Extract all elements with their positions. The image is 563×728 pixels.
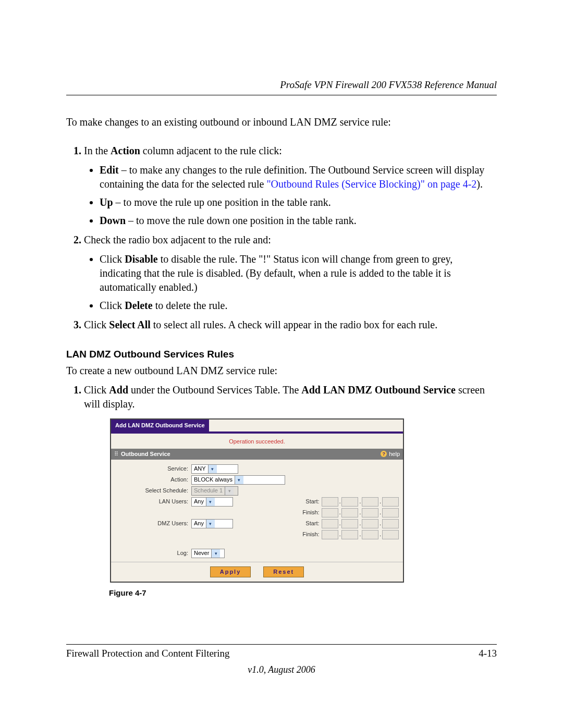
step-1: In the Action column adjacent to the rul…	[84, 144, 497, 228]
chevron-down-icon: ▾	[225, 487, 234, 495]
bold-screen-name: Add LAN DMZ Outbound Service	[301, 384, 456, 396]
figure-label: Figure 4-7	[109, 588, 497, 598]
ip-finish-dmz[interactable]: ...	[322, 530, 399, 539]
select-action[interactable]: BLOCK always ▾	[191, 475, 285, 485]
text: column adjacent to the rule click:	[140, 145, 282, 156]
label-start: Start:	[295, 498, 322, 505]
footer-version: v1.0, August 2006	[66, 663, 497, 676]
label-finish: Finish:	[295, 530, 322, 538]
footer-left: Firewall Protection and Content Filterin…	[66, 647, 229, 660]
step1-lead: In the Action column adjacent to the rul…	[84, 145, 282, 156]
sec-step-1: Click Add under the Outbound Services Ta…	[84, 383, 497, 598]
chevron-down-icon: ▾	[208, 465, 217, 473]
text: In the	[84, 145, 111, 156]
bold-edit: Edit	[100, 164, 119, 176]
label-log: Log:	[115, 549, 191, 557]
section-bar: ⠿Outbound Service ? help	[111, 449, 403, 460]
text: Click	[84, 384, 109, 396]
select-value: Schedule 1	[194, 487, 223, 495]
text: – to move the rule down one position in …	[126, 215, 357, 226]
ip-start-dmz[interactable]: ...	[322, 519, 399, 528]
xref-link[interactable]: "Outbound Rules (Service Blocking)" on p…	[266, 178, 476, 190]
ui-tab-title: Add LAN DMZ Outbound Service	[111, 419, 209, 431]
bold-delete: Delete	[125, 300, 152, 311]
status-message: Operation succeeded.	[111, 434, 403, 449]
step2-lead: Check the radio box adjacent to the rule…	[84, 234, 271, 245]
chevron-down-icon: ▾	[206, 498, 215, 506]
select-value: ANY	[194, 465, 206, 473]
text: Click	[84, 319, 109, 330]
label-finish: Finish:	[295, 509, 322, 516]
bold-action: Action	[111, 145, 140, 156]
select-value: Never	[194, 549, 209, 557]
help-link[interactable]: ? help	[381, 450, 400, 458]
section-intro: To create a new outbound LAN DMZ service…	[66, 364, 497, 378]
select-schedule: Schedule 1 ▾	[191, 486, 238, 496]
select-value: Any	[194, 498, 204, 505]
help-label: help	[389, 450, 400, 458]
label-lan-users: LAN Users:	[115, 498, 191, 505]
ip-start-lan[interactable]: ...	[322, 497, 399, 507]
bullet-up: Up – to move the rule up one position in…	[100, 195, 497, 209]
label-service: Service:	[115, 465, 191, 473]
chevron-down-icon: ▾	[235, 476, 243, 484]
section-bar-label: Outbound Service	[121, 451, 170, 457]
text: – to move the rule up one position in th…	[113, 196, 331, 208]
bold-disable: Disable	[125, 253, 157, 265]
text: Click	[100, 253, 125, 265]
text: ).	[476, 178, 483, 190]
label-dmz-users: DMZ Users:	[115, 520, 191, 527]
bold-selectall: Select All	[109, 319, 150, 330]
select-log[interactable]: Never ▾	[191, 549, 225, 558]
ui-screenshot: Add LAN DMZ Outbound Service Operation s…	[110, 418, 404, 582]
grip-icon: ⠿	[114, 451, 119, 457]
ip-finish-lan[interactable]: ...	[322, 508, 399, 517]
label-action: Action:	[115, 476, 191, 484]
intro-paragraph: To make changes to an existing outbound …	[66, 115, 497, 129]
select-value: Any	[194, 520, 204, 527]
running-header: ProSafe VPN Firewall 200 FVX538 Referenc…	[66, 78, 497, 95]
bullet-disable: Click Disable to disable the rule. The "…	[100, 252, 497, 294]
page-number: 4-13	[479, 647, 497, 660]
select-value: BLOCK always	[194, 476, 232, 484]
step-2: Check the radio box adjacent to the rule…	[84, 233, 497, 313]
bold-add: Add	[109, 384, 128, 396]
select-dmz-users[interactable]: Any ▾	[191, 519, 233, 528]
step-3: Click Select All to select all rules. A …	[84, 318, 497, 332]
chevron-down-icon: ▾	[211, 549, 220, 558]
select-lan-users[interactable]: Any ▾	[191, 497, 233, 507]
text: to delete the rule.	[153, 300, 228, 311]
text: to select all rules. A check will appear…	[151, 319, 437, 330]
bold-up: Up	[100, 196, 113, 208]
section-heading: LAN DMZ Outbound Services Rules	[66, 348, 497, 361]
label-schedule: Select Schedule:	[115, 487, 191, 495]
bullet-edit: Edit – to make any changes to the rule d…	[100, 163, 497, 191]
reset-button[interactable]: Reset	[263, 566, 304, 577]
bullet-delete: Click Delete to delete the rule.	[100, 299, 497, 313]
help-icon: ?	[381, 451, 387, 457]
bullet-down: Down – to move the rule down one positio…	[100, 214, 497, 228]
text: under the Outbound Services Table. The	[128, 384, 301, 396]
label-start: Start:	[295, 520, 322, 527]
bold-down: Down	[100, 215, 126, 226]
text: Click	[100, 300, 125, 311]
apply-button[interactable]: Apply	[210, 566, 251, 577]
chevron-down-icon: ▾	[206, 520, 215, 528]
select-service[interactable]: ANY ▾	[191, 464, 238, 474]
